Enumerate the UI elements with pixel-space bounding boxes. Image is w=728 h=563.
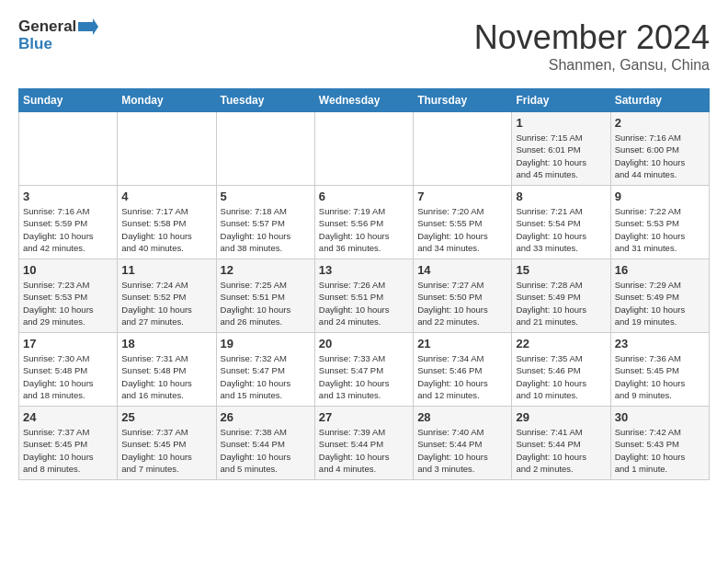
day-number: 6 bbox=[319, 190, 409, 203]
day-info: Sunrise: 7:39 AM Sunset: 5:44 PM Dayligh… bbox=[319, 426, 409, 475]
day-info: Sunrise: 7:32 AM Sunset: 5:47 PM Dayligh… bbox=[221, 352, 311, 401]
logo-line2: Blue bbox=[18, 36, 98, 53]
day-info: Sunrise: 7:17 AM Sunset: 5:58 PM Dayligh… bbox=[121, 205, 211, 254]
logo-line1: General bbox=[18, 18, 76, 36]
day-info: Sunrise: 7:35 AM Sunset: 5:46 PM Dayligh… bbox=[516, 352, 606, 401]
logo: General Blue bbox=[18, 18, 98, 52]
calendar-cell: 21Sunrise: 7:34 AM Sunset: 5:46 PM Dayli… bbox=[414, 333, 512, 407]
day-number: 8 bbox=[516, 190, 606, 203]
calendar-cell: 2Sunrise: 7:16 AM Sunset: 6:00 PM Daylig… bbox=[610, 112, 709, 186]
day-info: Sunrise: 7:26 AM Sunset: 5:51 PM Dayligh… bbox=[319, 279, 409, 327]
calendar-cell: 6Sunrise: 7:19 AM Sunset: 5:56 PM Daylig… bbox=[314, 186, 413, 259]
day-number: 18 bbox=[121, 337, 211, 350]
day-info: Sunrise: 7:27 AM Sunset: 5:50 PM Dayligh… bbox=[417, 279, 507, 327]
day-number: 16 bbox=[615, 263, 705, 277]
calendar-cell bbox=[19, 112, 118, 186]
calendar-cell: 9Sunrise: 7:22 AM Sunset: 5:53 PM Daylig… bbox=[610, 186, 709, 259]
day-number: 9 bbox=[615, 190, 705, 203]
calendar-cell: 26Sunrise: 7:38 AM Sunset: 5:44 PM Dayli… bbox=[216, 407, 314, 480]
calendar-cell: 18Sunrise: 7:31 AM Sunset: 5:48 PM Dayli… bbox=[118, 333, 216, 407]
calendar-cell: 5Sunrise: 7:18 AM Sunset: 5:57 PM Daylig… bbox=[216, 186, 314, 259]
day-header-friday: Friday bbox=[512, 89, 610, 112]
day-info: Sunrise: 7:37 AM Sunset: 5:45 PM Dayligh… bbox=[23, 426, 113, 475]
day-info: Sunrise: 7:33 AM Sunset: 5:47 PM Dayligh… bbox=[319, 352, 409, 401]
calendar-cell: 28Sunrise: 7:40 AM Sunset: 5:44 PM Dayli… bbox=[414, 407, 512, 480]
day-info: Sunrise: 7:30 AM Sunset: 5:48 PM Dayligh… bbox=[23, 352, 113, 401]
day-info: Sunrise: 7:28 AM Sunset: 5:49 PM Dayligh… bbox=[516, 279, 606, 327]
day-number: 14 bbox=[417, 263, 507, 277]
calendar-cell: 24Sunrise: 7:37 AM Sunset: 5:45 PM Dayli… bbox=[19, 407, 118, 480]
day-number: 28 bbox=[417, 410, 507, 424]
day-number: 10 bbox=[23, 263, 113, 277]
month-title: November 2024 bbox=[474, 18, 710, 57]
day-number: 21 bbox=[417, 337, 507, 350]
day-info: Sunrise: 7:25 AM Sunset: 5:51 PM Dayligh… bbox=[221, 279, 311, 327]
logo-container: General Blue bbox=[18, 18, 98, 52]
day-number: 30 bbox=[615, 410, 705, 424]
day-number: 7 bbox=[417, 190, 507, 203]
location-subtitle: Shanmen, Gansu, China bbox=[474, 57, 710, 74]
calendar-cell: 1Sunrise: 7:15 AM Sunset: 6:01 PM Daylig… bbox=[512, 112, 610, 186]
day-number: 1 bbox=[516, 116, 606, 130]
calendar-cell: 22Sunrise: 7:35 AM Sunset: 5:46 PM Dayli… bbox=[512, 333, 610, 407]
week-row-4: 17Sunrise: 7:30 AM Sunset: 5:48 PM Dayli… bbox=[19, 333, 710, 407]
calendar-cell: 4Sunrise: 7:17 AM Sunset: 5:58 PM Daylig… bbox=[118, 186, 216, 259]
day-info: Sunrise: 7:37 AM Sunset: 5:45 PM Dayligh… bbox=[121, 426, 211, 475]
calendar-cell: 13Sunrise: 7:26 AM Sunset: 5:51 PM Dayli… bbox=[314, 259, 413, 333]
day-info: Sunrise: 7:22 AM Sunset: 5:53 PM Dayligh… bbox=[615, 205, 705, 254]
day-number: 3 bbox=[23, 190, 113, 203]
day-info: Sunrise: 7:20 AM Sunset: 5:55 PM Dayligh… bbox=[417, 205, 507, 254]
calendar-cell: 12Sunrise: 7:25 AM Sunset: 5:51 PM Dayli… bbox=[216, 259, 314, 333]
day-number: 11 bbox=[121, 263, 211, 277]
calendar-cell: 7Sunrise: 7:20 AM Sunset: 5:55 PM Daylig… bbox=[414, 186, 512, 259]
calendar-cell: 14Sunrise: 7:27 AM Sunset: 5:50 PM Dayli… bbox=[414, 259, 512, 333]
day-info: Sunrise: 7:41 AM Sunset: 5:44 PM Dayligh… bbox=[516, 426, 606, 475]
calendar-cell: 10Sunrise: 7:23 AM Sunset: 5:53 PM Dayli… bbox=[19, 259, 118, 333]
calendar-cell: 23Sunrise: 7:36 AM Sunset: 5:45 PM Dayli… bbox=[610, 333, 709, 407]
day-number: 26 bbox=[221, 410, 311, 424]
day-info: Sunrise: 7:23 AM Sunset: 5:53 PM Dayligh… bbox=[23, 279, 113, 327]
day-info: Sunrise: 7:29 AM Sunset: 5:49 PM Dayligh… bbox=[615, 279, 705, 327]
day-number: 17 bbox=[23, 337, 113, 350]
day-info: Sunrise: 7:36 AM Sunset: 5:45 PM Dayligh… bbox=[615, 352, 705, 401]
day-number: 5 bbox=[221, 190, 311, 203]
calendar-cell: 11Sunrise: 7:24 AM Sunset: 5:52 PM Dayli… bbox=[118, 259, 216, 333]
calendar-cell bbox=[216, 112, 314, 186]
day-header-sunday: Sunday bbox=[19, 89, 118, 112]
calendar-cell bbox=[314, 112, 413, 186]
calendar-cell: 20Sunrise: 7:33 AM Sunset: 5:47 PM Dayli… bbox=[314, 333, 413, 407]
calendar-table: SundayMondayTuesdayWednesdayThursdayFrid… bbox=[18, 88, 710, 480]
day-number: 12 bbox=[221, 263, 311, 277]
header-row: SundayMondayTuesdayWednesdayThursdayFrid… bbox=[19, 89, 710, 112]
day-number: 22 bbox=[516, 337, 606, 350]
svg-marker-0 bbox=[78, 18, 98, 35]
calendar-cell: 19Sunrise: 7:32 AM Sunset: 5:47 PM Dayli… bbox=[216, 333, 314, 407]
day-number: 27 bbox=[319, 410, 409, 424]
day-header-wednesday: Wednesday bbox=[314, 89, 413, 112]
calendar-cell bbox=[414, 112, 512, 186]
day-info: Sunrise: 7:31 AM Sunset: 5:48 PM Dayligh… bbox=[121, 352, 211, 401]
day-number: 20 bbox=[319, 337, 409, 350]
day-info: Sunrise: 7:38 AM Sunset: 5:44 PM Dayligh… bbox=[221, 426, 311, 475]
week-row-3: 10Sunrise: 7:23 AM Sunset: 5:53 PM Dayli… bbox=[19, 259, 710, 333]
day-number: 13 bbox=[319, 263, 409, 277]
calendar-cell: 8Sunrise: 7:21 AM Sunset: 5:54 PM Daylig… bbox=[512, 186, 610, 259]
day-header-thursday: Thursday bbox=[414, 89, 512, 112]
week-row-2: 3Sunrise: 7:16 AM Sunset: 5:59 PM Daylig… bbox=[19, 186, 710, 259]
calendar-cell bbox=[118, 112, 216, 186]
calendar-cell: 27Sunrise: 7:39 AM Sunset: 5:44 PM Dayli… bbox=[314, 407, 413, 480]
day-info: Sunrise: 7:34 AM Sunset: 5:46 PM Dayligh… bbox=[417, 352, 507, 401]
day-number: 25 bbox=[121, 410, 211, 424]
day-number: 19 bbox=[221, 337, 311, 350]
day-info: Sunrise: 7:40 AM Sunset: 5:44 PM Dayligh… bbox=[417, 426, 507, 475]
calendar-cell: 16Sunrise: 7:29 AM Sunset: 5:49 PM Dayli… bbox=[610, 259, 709, 333]
calendar-cell: 17Sunrise: 7:30 AM Sunset: 5:48 PM Dayli… bbox=[19, 333, 118, 407]
title-block: November 2024 Shanmen, Gansu, China bbox=[474, 18, 710, 74]
day-header-saturday: Saturday bbox=[610, 89, 709, 112]
week-row-1: 1Sunrise: 7:15 AM Sunset: 6:01 PM Daylig… bbox=[19, 112, 710, 186]
day-number: 23 bbox=[615, 337, 705, 350]
calendar-cell: 29Sunrise: 7:41 AM Sunset: 5:44 PM Dayli… bbox=[512, 407, 610, 480]
day-number: 2 bbox=[615, 116, 705, 130]
day-info: Sunrise: 7:19 AM Sunset: 5:56 PM Dayligh… bbox=[319, 205, 409, 254]
day-number: 24 bbox=[23, 410, 113, 424]
